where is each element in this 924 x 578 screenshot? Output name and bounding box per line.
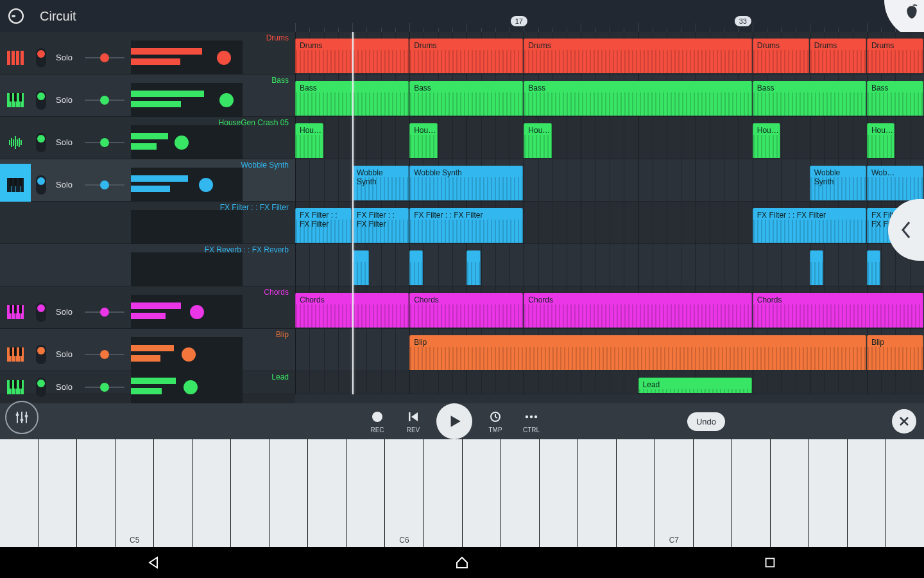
solo-button[interactable]: Solo	[51, 53, 77, 62]
clip[interactable]: Drums	[524, 39, 751, 73]
track-instrument-icon[interactable]	[0, 164, 31, 206]
clip[interactable]: FX Filter : : FX Filter	[295, 208, 352, 243]
play-button[interactable]	[436, 403, 472, 439]
pan-slider[interactable]	[85, 381, 124, 393]
white-key[interactable]	[308, 439, 346, 547]
mute-toggle[interactable]	[36, 302, 46, 322]
mute-toggle[interactable]	[36, 133, 46, 152]
clip[interactable]: Bass	[753, 81, 866, 116]
volume-slider[interactable]	[135, 306, 239, 318]
clip[interactable]: Bass	[867, 81, 923, 116]
white-key[interactable]	[578, 439, 617, 547]
clip[interactable]	[352, 250, 369, 285]
playhead[interactable]	[352, 32, 354, 394]
white-key[interactable]	[463, 439, 501, 547]
clip[interactable]	[409, 250, 423, 285]
solo-button[interactable]: Solo	[51, 349, 77, 359]
arrangement-grid[interactable]: DrumsDrumsDrumsDrumsDrumsDrumsBassBassBa…	[295, 32, 924, 403]
mute-toggle[interactable]	[36, 48, 46, 67]
clip[interactable]	[867, 250, 880, 285]
back-button[interactable]	[145, 554, 163, 572]
volume-slider[interactable]	[135, 179, 239, 191]
solo-button[interactable]: Solo	[51, 180, 77, 189]
record-button[interactable]: REC	[359, 410, 395, 434]
volume-slider[interactable]	[135, 52, 239, 64]
track-row-fxfilt[interactable]: FX Filter : : FX FilterSolo	[0, 202, 295, 244]
pan-slider[interactable]	[85, 349, 124, 360]
track-instrument-icon[interactable]	[0, 206, 31, 248]
solo-button[interactable]: Solo	[51, 95, 77, 105]
rewind-button[interactable]: REV	[395, 410, 431, 434]
clip[interactable]: Hou…	[524, 123, 552, 158]
clip[interactable]: Bass	[409, 81, 523, 116]
pan-slider[interactable]	[85, 94, 124, 106]
white-key[interactable]	[346, 439, 385, 547]
clip[interactable]: Hou…	[867, 123, 895, 158]
pan-slider[interactable]	[85, 52, 124, 64]
volume-slider[interactable]	[135, 381, 239, 393]
white-key[interactable]	[732, 439, 771, 547]
clip[interactable]: Hou…	[295, 123, 323, 158]
recents-button[interactable]	[761, 554, 779, 572]
piano-keyboard[interactable]: C5C6C7	[0, 439, 924, 547]
white-key[interactable]: C6	[385, 439, 424, 547]
white-key[interactable]	[694, 439, 732, 547]
menu-button[interactable]	[0, 0, 32, 32]
clip[interactable]: Drums	[409, 39, 523, 73]
white-key[interactable]	[848, 439, 886, 547]
track-row-blip[interactable]: BlipSolo	[0, 329, 295, 371]
track-instrument-icon[interactable]	[0, 376, 31, 398]
project-title[interactable]: Circuit	[40, 9, 76, 24]
clip[interactable]: Chords	[753, 293, 923, 328]
volume-slider[interactable]	[135, 349, 239, 360]
ctrl-button[interactable]: CTRL	[513, 410, 549, 434]
clip[interactable]: Drums	[810, 39, 866, 73]
clip[interactable]	[810, 250, 823, 285]
clip[interactable]: Chords	[409, 293, 523, 328]
clip[interactable]: Drums	[867, 39, 923, 73]
white-key[interactable]	[77, 439, 116, 547]
solo-button[interactable]: Solo	[51, 382, 77, 392]
clip[interactable]: Wobble Synth	[409, 166, 523, 200]
white-key[interactable]	[231, 439, 270, 547]
track-row-fxrev[interactable]: FX Reverb : : FX ReverbSolo	[0, 244, 295, 286]
track-row-chords[interactable]: ChordsSolo	[0, 286, 295, 329]
clip[interactable]: Bass	[524, 81, 751, 116]
white-key[interactable]: C5	[116, 439, 154, 547]
clip[interactable]: Wobble Synth	[810, 166, 866, 200]
track-instrument-icon[interactable]	[0, 333, 31, 375]
ruler[interactable]: 1733	[295, 0, 924, 32]
tempo-button[interactable]: TMP	[477, 410, 513, 434]
white-key[interactable]	[886, 439, 924, 547]
pan-slider[interactable]	[85, 306, 124, 318]
clip[interactable]: Wobble Synth	[352, 166, 409, 200]
track-row-wobble[interactable]: Wobble SynthSolo	[0, 159, 295, 202]
clip[interactable]: Chords	[524, 293, 751, 328]
clip[interactable]: Lead	[638, 378, 752, 393]
track-instrument-icon[interactable]	[0, 37, 31, 78]
mute-toggle[interactable]	[36, 345, 46, 364]
mute-toggle[interactable]	[36, 175, 46, 195]
track-row-lead[interactable]: LeadSolo	[0, 371, 295, 394]
clip[interactable]: Blip	[867, 335, 923, 370]
mixer-button[interactable]	[5, 401, 38, 434]
undo-button[interactable]: Undo	[687, 412, 725, 431]
white-key[interactable]	[617, 439, 655, 547]
clip[interactable]: Hou…	[409, 123, 438, 158]
white-key[interactable]	[0, 439, 38, 547]
clip[interactable]: FX Filter : : FX Filter	[352, 208, 409, 243]
clip[interactable]: FX Filter : : FX Filter	[409, 208, 523, 243]
pan-slider[interactable]	[85, 137, 124, 148]
white-key[interactable]	[154, 439, 193, 547]
white-key[interactable]	[501, 439, 540, 547]
clip[interactable]: Wob…	[867, 166, 923, 200]
track-instrument-icon[interactable]	[0, 249, 31, 290]
volume-slider[interactable]	[135, 137, 239, 148]
ruler-marker[interactable]: 33	[735, 16, 751, 26]
track-row-bass[interactable]: BassSolo	[0, 74, 295, 117]
white-key[interactable]	[193, 439, 231, 547]
track-row-drums[interactable]: DrumsSolo	[0, 32, 295, 74]
clip[interactable]: FX Filter : : FX Filter	[753, 208, 866, 243]
clip[interactable]: Drums	[753, 39, 809, 73]
white-key[interactable]	[540, 439, 578, 547]
